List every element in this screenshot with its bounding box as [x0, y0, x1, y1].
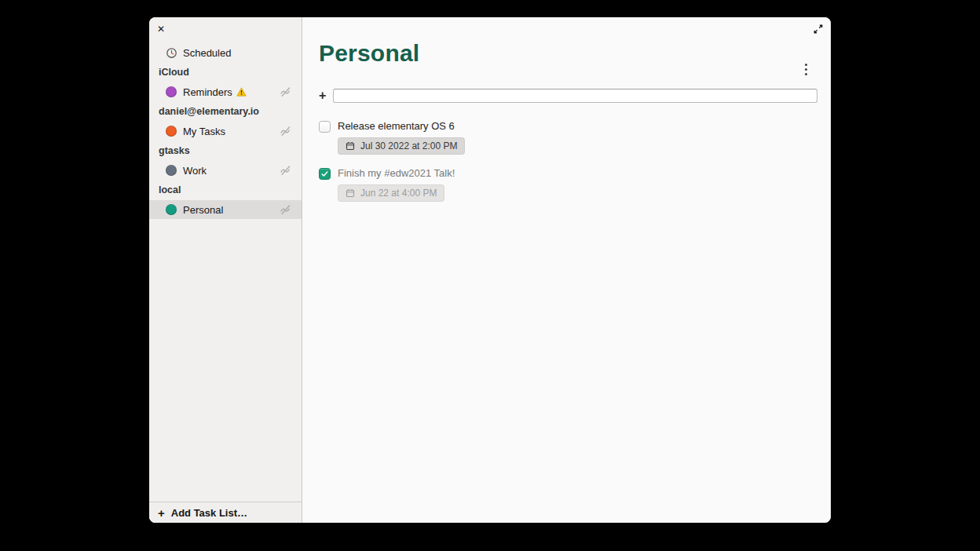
- calendar-icon: [346, 188, 355, 198]
- due-date-chip[interactable]: Jul 30 2022 at 2:00 PM: [338, 137, 465, 155]
- sidebar-spacer: [149, 219, 302, 502]
- add-task-list-label: Add Task List…: [171, 507, 247, 519]
- offline-icon: [280, 125, 292, 137]
- new-task-row: +: [319, 89, 817, 103]
- sidebar-item-label: Reminders: [183, 86, 232, 98]
- plus-icon: +: [158, 507, 165, 519]
- sidebar-section-header-gtasks: gtasks: [149, 145, 302, 156]
- list-color-dot: [166, 126, 177, 137]
- list-color-dot: [166, 165, 177, 176]
- sidebar-item-label: Personal: [183, 204, 223, 216]
- warning-icon: [236, 87, 247, 97]
- due-date-label: Jul 30 2022 at 2:00 PM: [360, 140, 457, 151]
- sidebar-item-reminders[interactable]: Reminders: [149, 82, 302, 101]
- calendar-icon: [346, 141, 355, 151]
- sidebar-item-personal[interactable]: Personal: [149, 200, 302, 219]
- task-checkbox-checked[interactable]: [319, 168, 331, 180]
- task-row: Finish my #edw2021 Talk! Jun 22 at 4:00 …: [319, 167, 817, 202]
- add-task-icon: +: [319, 89, 326, 102]
- sidebar-item-label: Scheduled: [183, 47, 231, 59]
- expand-window-button[interactable]: [812, 23, 825, 35]
- sidebar-item-my-tasks[interactable]: My Tasks: [149, 122, 302, 140]
- add-task-list-button[interactable]: + Add Task List…: [149, 502, 302, 523]
- checkmark-icon: [320, 170, 329, 178]
- task-body: Finish my #edw2021 Talk! Jun 22 at 4:00 …: [338, 167, 455, 202]
- main-panel: Personal + Release elementary OS 6: [302, 17, 831, 523]
- sidebar-section-header-local: local: [149, 184, 302, 195]
- close-button[interactable]: ✕: [157, 24, 170, 35]
- sidebar: ✕ Scheduled iCloud Reminders: [149, 17, 302, 523]
- list-menu-button[interactable]: [802, 61, 810, 77]
- clock-icon: [166, 47, 177, 59]
- menu-dots-icon: [805, 64, 807, 75]
- offline-icon: [280, 164, 292, 177]
- sidebar-item-scheduled[interactable]: Scheduled: [149, 43, 302, 62]
- list-color-dot: [166, 204, 177, 215]
- offline-icon: [280, 86, 292, 98]
- screen-background: ✕ Scheduled iCloud Reminders: [0, 0, 980, 551]
- expand-icon: [813, 24, 824, 35]
- sidebar-item-work[interactable]: Work: [149, 161, 302, 180]
- close-icon: ✕: [157, 24, 165, 35]
- new-task-input[interactable]: [333, 89, 817, 103]
- task-checkbox-unchecked[interactable]: [319, 121, 331, 133]
- task-body: Release elementary OS 6 Jul 30 2022 at 2…: [338, 120, 465, 155]
- offline-icon: [280, 203, 292, 216]
- due-date-chip[interactable]: Jun 22 at 4:00 PM: [338, 184, 444, 202]
- tasks-window: ✕ Scheduled iCloud Reminders: [149, 17, 831, 523]
- task-label[interactable]: Finish my #edw2021 Talk!: [338, 167, 455, 180]
- sidebar-item-label: My Tasks: [183, 126, 225, 137]
- sidebar-item-label: Work: [183, 165, 207, 177]
- sidebar-section-header-daniel: daniel@elementary.io: [149, 106, 302, 117]
- sidebar-section-header-icloud: iCloud: [149, 67, 302, 78]
- due-date-label: Jun 22 at 4:00 PM: [360, 188, 437, 199]
- task-row: Release elementary OS 6 Jul 30 2022 at 2…: [319, 120, 817, 155]
- list-color-dot: [166, 86, 177, 97]
- task-label[interactable]: Release elementary OS 6: [338, 120, 465, 133]
- page-title: Personal: [319, 40, 817, 67]
